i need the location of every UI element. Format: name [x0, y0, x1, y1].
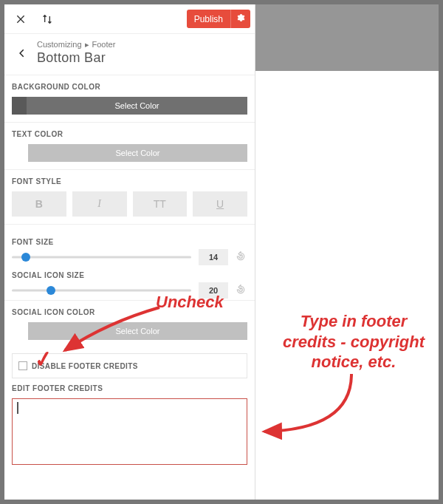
edit-credits-label: EDIT FOOTER CREDITS [12, 384, 247, 392]
text-color-section: TEXT COLOR Select Color [4, 122, 255, 169]
breadcrumb: Customizing▸Footer [37, 40, 115, 50]
preview-top-bar [255, 4, 439, 71]
publish-button[interactable]: Publish [187, 10, 230, 28]
social-size-reset-icon[interactable] [236, 285, 247, 296]
font-size-reset-icon[interactable] [236, 251, 247, 263]
gear-icon [236, 13, 245, 22]
social-color-select-button[interactable]: Select Color [28, 322, 247, 340]
panel-header: Customizing▸Footer Bottom Bar [4, 34, 255, 75]
bg-color-select-button[interactable]: Select Color [27, 97, 247, 115]
bg-color-swatch[interactable] [12, 97, 27, 115]
page-title: Bottom Bar [37, 50, 115, 66]
breadcrumb-root[interactable]: Customizing [37, 40, 82, 49]
social-size-slider[interactable] [12, 285, 191, 296]
text-color-label: TEXT COLOR [12, 130, 247, 138]
annotation-check-mark: ✓ [32, 344, 55, 372]
social-size-value[interactable]: 20 [199, 282, 228, 299]
social-color-label: SOCIAL ICON COLOR [12, 308, 247, 316]
font-size-value[interactable]: 14 [199, 249, 228, 265]
social-size-label: SOCIAL ICON SIZE [12, 271, 247, 279]
bg-color-label: BACKGROUND COLOR [12, 83, 247, 91]
uppercase-button[interactable]: TT [133, 191, 188, 217]
font-style-section: FONT STYLE B I TT U [4, 169, 255, 224]
social-color-section: SOCIAL ICON COLOR Select Color [4, 300, 255, 347]
edit-credits-textarea[interactable] [12, 398, 247, 465]
font-size-slider[interactable] [12, 251, 191, 263]
bg-color-section: BACKGROUND COLOR Select Color [4, 75, 255, 122]
sort-icon[interactable] [35, 7, 59, 31]
sliders-section: FONT SIZE 14 SOCIAL ICON SIZE 20 [4, 224, 255, 300]
close-icon[interactable] [9, 7, 32, 31]
text-color-select-button[interactable]: Select Color [28, 144, 247, 162]
disable-credits-checkbox[interactable] [18, 361, 27, 370]
font-size-label: FONT SIZE [12, 238, 247, 246]
publish-settings-button[interactable] [230, 10, 250, 28]
underline-button[interactable]: U [193, 191, 247, 217]
italic-button[interactable]: I [72, 191, 127, 217]
breadcrumb-parent[interactable]: Footer [92, 40, 116, 49]
preview-pane [255, 4, 439, 500]
back-button[interactable] [12, 43, 32, 64]
customizer-sidebar: Publish Customizing▸Footer Bottom Bar BA… [4, 4, 255, 500]
bold-button[interactable]: B [12, 191, 66, 217]
font-style-label: FONT STYLE [12, 177, 247, 185]
topbar: Publish [4, 4, 255, 34]
